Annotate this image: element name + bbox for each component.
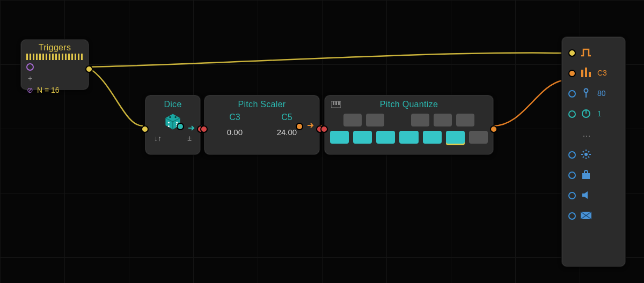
triggers-n-label: N = 16 [37, 86, 60, 94]
out-velocity-label: 80 [597, 89, 609, 98]
pitch-scaler-node[interactable]: Pitch Scaler C3 0.00 C5 24.00 [204, 95, 320, 155]
svg-point-2 [169, 116, 171, 118]
quantize-key[interactable] [330, 131, 349, 144]
out-row-duration[interactable]: 1 [566, 103, 621, 124]
dice-node[interactable]: Dice ↓↑ ± [145, 95, 201, 155]
more-icon: … [582, 129, 591, 139]
dice-in-port[interactable] [141, 125, 149, 133]
quantize-key[interactable] [411, 114, 429, 126]
svg-line-26 [588, 157, 589, 158]
out-row-volume[interactable] [566, 185, 621, 205]
dice-sort-icon[interactable]: ↓↑ [154, 134, 162, 143]
svg-rect-11 [335, 101, 337, 105]
svg-line-28 [583, 157, 584, 158]
output-strip[interactable]: C3 80 1 … [561, 36, 626, 267]
pitch-scaler-title: Pitch Scaler [210, 100, 314, 109]
bag-icon [580, 169, 592, 181]
keyboard-icon [331, 101, 341, 109]
patch-cables [0, 0, 644, 283]
out-port-pitch[interactable] [568, 70, 576, 77]
triggers-out-port[interactable] [85, 65, 93, 73]
svg-point-20 [584, 153, 588, 156]
svg-line-27 [588, 151, 589, 152]
quantize-in-port[interactable] [320, 125, 328, 133]
scaler-high-val[interactable]: 24.00 [277, 128, 297, 137]
svg-rect-12 [338, 101, 340, 105]
svg-rect-14 [585, 68, 587, 77]
svg-rect-15 [589, 72, 591, 77]
svg-point-16 [584, 89, 588, 93]
quantize-black-keys[interactable] [330, 114, 488, 126]
triggers-wave-icon [26, 54, 83, 60]
svg-rect-10 [333, 101, 334, 105]
speaker-icon [580, 189, 592, 201]
out-pitch-label: C3 [597, 69, 609, 77]
dice-mid-port[interactable] [177, 123, 184, 130]
out-duration-label: 1 [597, 109, 609, 118]
quantize-key[interactable] [376, 131, 395, 144]
triggers-port-purple[interactable] [26, 63, 34, 71]
scaler-in-port[interactable] [200, 125, 208, 133]
quantize-key[interactable] [353, 131, 372, 144]
scaler-mid-port[interactable] [296, 123, 303, 130]
scaler-low-note[interactable]: C3 [227, 113, 243, 122]
triggers-plus-icon[interactable]: + [26, 74, 34, 83]
gate-icon [580, 47, 592, 58]
triggers-node[interactable]: Triggers + ⊘ N = 16 [20, 39, 89, 90]
quantize-key[interactable] [434, 114, 452, 126]
svg-point-3 [174, 116, 176, 118]
envelope-icon [580, 210, 592, 221]
out-row-brightness[interactable] [566, 144, 621, 165]
svg-point-5 [168, 125, 170, 127]
svg-rect-13 [581, 70, 583, 77]
out-row-gate[interactable] [566, 42, 621, 63]
svg-point-4 [168, 122, 170, 123]
quantize-key[interactable] [446, 131, 465, 144]
brightness-icon [580, 148, 592, 160]
quantize-key[interactable] [343, 114, 362, 126]
svg-line-25 [583, 151, 584, 152]
out-port-pan[interactable] [568, 212, 576, 220]
arrow-icon [188, 125, 196, 131]
out-port-duration[interactable] [568, 110, 576, 118]
pitch-bars-icon [580, 67, 592, 79]
arrow-icon [308, 122, 315, 129]
quantize-key[interactable] [366, 114, 384, 126]
out-port-brightness[interactable] [568, 151, 576, 159]
out-row-pan[interactable] [566, 205, 621, 226]
quantize-key[interactable] [469, 131, 488, 144]
dice-plus-icon[interactable]: ± [187, 134, 192, 143]
quantize-key[interactable] [399, 131, 418, 144]
out-port-bag[interactable] [568, 172, 576, 179]
knob-icon [580, 108, 592, 120]
out-row-bag[interactable] [566, 165, 621, 185]
pin-icon [580, 87, 592, 99]
out-row-more[interactable]: … [566, 124, 621, 144]
triggers-title: Triggers [26, 43, 83, 53]
triggers-reset-icon[interactable]: ⊘ [26, 86, 34, 94]
dice-title: Dice [151, 100, 195, 109]
quantize-out-port[interactable] [490, 125, 497, 133]
out-port-velocity[interactable] [568, 90, 576, 98]
quantize-key[interactable] [456, 114, 474, 126]
background-grid [0, 0, 644, 283]
quantize-white-keys[interactable] [330, 131, 488, 144]
pitch-quantize-node[interactable]: Pitch Quantize [324, 95, 494, 155]
out-row-velocity[interactable]: 80 [566, 83, 621, 103]
pitch-quantize-title: Pitch Quantize [330, 100, 488, 109]
scaler-high-note[interactable]: C5 [277, 113, 297, 122]
scaler-low-val[interactable]: 0.00 [227, 128, 243, 137]
out-port-gate[interactable] [568, 49, 576, 57]
out-port-volume[interactable] [568, 192, 576, 199]
quantize-key[interactable] [423, 131, 442, 144]
out-row-pitch[interactable]: C3 [566, 63, 621, 83]
